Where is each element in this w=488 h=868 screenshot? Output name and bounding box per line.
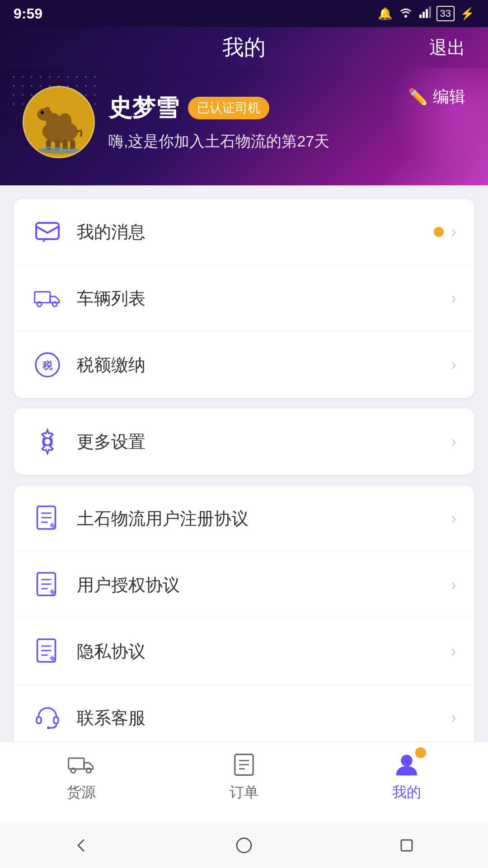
auth-agreement-arrow: › (451, 576, 456, 594)
auth-agreement-label: 用户授权协议 (77, 574, 451, 597)
header: 我的 退出 (0, 27, 488, 68)
menu-item-settings[interactable]: 更多设置 › (14, 409, 474, 475)
back-button[interactable] (68, 832, 95, 859)
svg-rect-2 (422, 12, 425, 18)
system-nav (0, 823, 488, 868)
battery-indicator: 33 (436, 6, 455, 21)
svg-point-25 (44, 438, 51, 445)
tax-label: 税额缴纳 (77, 354, 451, 377)
status-time: 9:59 (14, 5, 42, 22)
menu-card-section2: 更多设置 › (14, 409, 474, 475)
nav-item-mine[interactable]: 我的 (325, 751, 488, 802)
status-icons: 🔔 33 ⚡ (378, 6, 474, 21)
svg-point-15 (41, 111, 44, 114)
mine-nav-label: 我的 (392, 783, 421, 802)
doc-auth-icon (32, 569, 63, 601)
certified-badge: 已认证司机 (188, 97, 269, 119)
contact-arrow: › (451, 708, 456, 727)
cargo-nav-label: 货源 (67, 783, 96, 802)
svg-rect-20 (35, 292, 50, 302)
notification-icon: 🔔 (378, 7, 392, 21)
profile-section: 史梦雪 已认证司机 嗨,这是你加入土石物流的第27天 ✏️ 编辑 (0, 68, 488, 185)
recent-button[interactable] (393, 832, 420, 859)
svg-rect-53 (401, 840, 412, 851)
profile-subtitle: 嗨,这是你加入土石物流的第27天 (108, 131, 465, 152)
svg-rect-39 (54, 717, 58, 723)
logout-button[interactable]: 退出 (429, 35, 465, 60)
svg-rect-4 (429, 6, 431, 18)
page-title: 我的 (59, 33, 429, 62)
charging-icon: ⚡ (460, 7, 474, 21)
wifi-icon (398, 6, 414, 21)
tax-icon: 税 (32, 349, 63, 381)
orders-nav-label: 订单 (230, 783, 258, 802)
gear-icon (32, 426, 63, 458)
mine-nav-icon (391, 751, 422, 778)
vehicles-arrow: › (451, 289, 456, 308)
orders-nav-icon (228, 751, 260, 778)
svg-rect-1 (419, 14, 422, 18)
status-bar: 9:59 🔔 33 ⚡ (0, 0, 488, 27)
vehicles-label: 车辆列表 (77, 287, 451, 310)
settings-label: 更多设置 (77, 430, 451, 453)
svg-point-8 (59, 113, 71, 128)
svg-point-52 (237, 838, 251, 853)
svg-rect-3 (426, 9, 428, 18)
svg-rect-44 (69, 758, 84, 769)
menu-item-privacy[interactable]: 隐私协议 › (14, 618, 474, 685)
mine-nav-badge (415, 747, 426, 758)
menu-item-auth-agreement[interactable]: 用户授权协议 › (14, 552, 474, 618)
svg-point-40 (47, 726, 50, 729)
profile-name: 史梦雪 (108, 92, 179, 124)
messages-badge (434, 227, 444, 237)
avatar (23, 86, 95, 158)
svg-rect-38 (37, 717, 41, 723)
svg-point-10 (37, 108, 52, 121)
tax-arrow: › (451, 355, 456, 374)
privacy-label: 隐私协议 (77, 640, 451, 663)
svg-point-51 (401, 755, 413, 766)
edit-icon: ✏️ (408, 88, 428, 107)
nav-item-orders[interactable]: 订单 (163, 751, 325, 802)
menu-item-vehicles[interactable]: 车辆列表 › (14, 265, 474, 332)
svg-text:税: 税 (42, 360, 53, 371)
cargo-nav-icon (66, 751, 97, 778)
menu-item-register-agreement[interactable]: 土石物流用户注册协议 › (14, 486, 474, 552)
privacy-arrow: › (451, 642, 456, 661)
bottom-nav: 货源 订单 我的 (0, 741, 488, 823)
svg-point-16 (45, 107, 50, 110)
profile-row: 史梦雪 已认证司机 嗨,这是你加入土石物流的第27天 ✏️ 编辑 (23, 86, 465, 158)
register-agreement-arrow: › (451, 509, 456, 528)
truck-icon (32, 283, 63, 314)
settings-arrow: › (451, 432, 456, 451)
menu-item-tax[interactable]: 税 税额缴纳 › (14, 332, 474, 398)
menu-card-section1: 我的消息 › 车辆列表 › 税 (14, 199, 474, 398)
svg-point-0 (404, 15, 407, 18)
message-icon (32, 216, 63, 248)
doc-register-icon (32, 503, 63, 534)
messages-label: 我的消息 (77, 221, 434, 244)
menu-item-messages[interactable]: 我的消息 › (14, 199, 474, 265)
contact-label: 联系客服 (77, 707, 451, 730)
signal-icon (419, 6, 431, 21)
messages-arrow: › (451, 222, 456, 241)
doc-privacy-icon (32, 636, 63, 667)
content-area: 我的消息 › 车辆列表 › 税 (0, 185, 488, 831)
nav-item-cargo[interactable]: 货源 (0, 751, 163, 802)
svg-rect-18 (36, 223, 59, 239)
edit-label: 编辑 (433, 86, 465, 108)
edit-button[interactable]: ✏️ 编辑 (408, 86, 465, 108)
register-agreement-label: 土石物流用户注册协议 (77, 507, 451, 530)
home-button[interactable] (230, 832, 258, 859)
headset-icon (32, 702, 63, 734)
